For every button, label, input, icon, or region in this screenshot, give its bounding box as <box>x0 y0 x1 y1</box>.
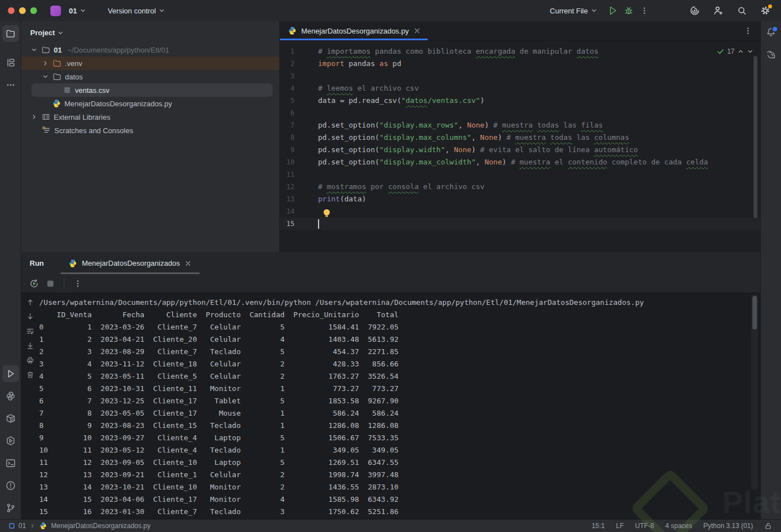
tree-item-venv[interactable]: .venv <box>21 57 279 70</box>
line-number: 6 <box>280 107 294 119</box>
breadcrumb-project[interactable]: 01 <box>18 522 26 530</box>
console-output: /Users/wpaternina/Documents/app/python/E… <box>39 296 644 518</box>
tree-item-path: ~/Documents/app/python/Etl/01 <box>67 46 169 54</box>
up-arrow-icon[interactable] <box>26 298 35 307</box>
caret-position-widget[interactable]: 15:1 <box>592 522 605 530</box>
project-icon[interactable] <box>50 6 61 16</box>
breadcrumb-file[interactable]: MenejarDatosDesorganizados.py <box>51 522 150 530</box>
chevron-down-icon <box>591 7 597 14</box>
run-console: /Users/wpaternina/Documents/app/python/E… <box>21 293 760 519</box>
search-everywhere-icon[interactable] <box>734 3 750 18</box>
chevron-right-icon[interactable] <box>30 114 38 120</box>
run-tab-label: MenejarDatosDesorganizados <box>82 259 180 267</box>
indent-widget[interactable]: 4 spaces <box>665 522 692 530</box>
chevron-down-icon[interactable] <box>30 46 38 53</box>
settings-notification-dot <box>768 4 772 8</box>
tree-item-ventas-csv[interactable]: ventas.csv <box>31 83 273 97</box>
python-file-icon <box>39 522 47 530</box>
more-tool-windows-icon[interactable] <box>0 74 21 96</box>
code-line[interactable]: 3 <box>280 70 760 82</box>
console-scrollbar-thumb[interactable] <box>752 296 757 329</box>
run-tool-icon[interactable] <box>0 362 21 385</box>
terminal-tool-icon[interactable] <box>0 452 21 474</box>
code-line[interactable]: 15 <box>280 218 760 230</box>
code-line[interactable]: 2import pandas as pd <box>280 58 760 70</box>
editor-tab-label: MenejarDatosDesorganizados.py <box>301 27 409 35</box>
project-name: 01 <box>69 7 77 15</box>
tree-item-label: Scratches and Consoles <box>54 126 133 135</box>
scroll-to-end-icon[interactable] <box>26 341 35 350</box>
breadcrumb: 01 MenejarDatosDesorganizados.py <box>9 522 151 530</box>
code-line[interactable]: 14 <box>280 205 760 218</box>
run-panel-title: Run <box>30 259 44 267</box>
window-controls <box>8 7 37 14</box>
editor-tab[interactable]: MenejarDatosDesorganizados.py <box>280 21 428 40</box>
close-window-button[interactable] <box>8 7 15 14</box>
python-console-tool-icon[interactable] <box>0 385 21 407</box>
project-panel-header[interactable]: Project <box>21 21 279 37</box>
structure-tool-icon[interactable] <box>0 51 21 74</box>
project-tool-icon[interactable] <box>0 22 21 45</box>
version-control-tool-icon[interactable] <box>0 497 21 519</box>
tree-item-label: .venv <box>65 59 82 68</box>
line-number: 5 <box>280 95 294 107</box>
editor-options-kebab-icon[interactable] <box>743 26 752 35</box>
code-line[interactable]: 12# mostramos por consola el archivo csv <box>280 181 760 193</box>
python-packages-tool-icon[interactable] <box>0 407 21 430</box>
lock-icon[interactable] <box>764 522 772 530</box>
interpreter-widget[interactable]: Python 3.13 (01) <box>703 522 753 530</box>
tree-item-label: MenejarDatosDesorganizados.py <box>64 100 172 108</box>
problems-tool-icon[interactable] <box>0 474 21 497</box>
more-actions-icon[interactable] <box>637 3 652 18</box>
run-configuration-selector[interactable]: Current File <box>546 4 601 17</box>
run-options-kebab-icon[interactable] <box>73 279 82 288</box>
code-line[interactable]: 9pd.set_option("display.width", None) # … <box>280 144 760 156</box>
code-line[interactable]: 4# leemos el archivo csv <box>280 82 760 95</box>
close-tab-icon[interactable] <box>184 260 192 267</box>
code-line[interactable]: 7pd.set_option("display.max_rows", None)… <box>280 119 760 131</box>
print-icon[interactable] <box>26 356 35 365</box>
console-scrollbar-track[interactable] <box>751 294 758 490</box>
notifications-bell-icon[interactable] <box>765 27 777 38</box>
down-arrow-icon[interactable] <box>26 312 35 321</box>
code-line[interactable]: 1# importamos pandas como biblioteca enc… <box>280 45 760 58</box>
editor-scrollbar-thumb[interactable] <box>754 56 757 218</box>
encoding-widget[interactable]: UTF-8 <box>635 522 654 530</box>
tree-item-label: ventas.csv <box>75 86 109 95</box>
line-separator-widget[interactable]: LF <box>616 522 624 530</box>
tree-item-python-file[interactable]: MenejarDatosDesorganizados.py <box>21 97 279 110</box>
intention-bulb-icon[interactable] <box>324 209 330 215</box>
chevron-right-icon[interactable] <box>41 60 49 67</box>
chevron-down-icon[interactable] <box>41 73 49 80</box>
code-with-me-icon[interactable] <box>710 3 726 18</box>
clear-console-icon[interactable] <box>26 370 35 379</box>
debug-button[interactable] <box>621 3 637 18</box>
rerun-button[interactable] <box>29 279 39 289</box>
code-line[interactable]: 13print(data) <box>280 193 760 205</box>
zoom-window-button[interactable] <box>30 7 37 14</box>
code-lines[interactable]: 1# importamos pandas como biblioteca enc… <box>280 41 760 252</box>
code-line[interactable]: 5data = pd.read_csv("datos/ventas.csv") <box>280 95 760 107</box>
settings-gear-icon[interactable] <box>757 3 773 18</box>
run-button[interactable] <box>605 3 621 18</box>
line-number: 14 <box>280 205 294 218</box>
services-tool-icon[interactable] <box>0 430 21 452</box>
ai-chat-tool-icon[interactable] <box>765 49 777 60</box>
minimize-window-button[interactable] <box>19 7 26 14</box>
code-line[interactable]: 10pd.set_option("display.max_colwidth", … <box>280 156 760 168</box>
tree-item-external-libraries[interactable]: External Libraries <box>21 110 279 124</box>
scratches-icon <box>42 126 51 135</box>
ai-assistant-icon[interactable] <box>687 3 703 18</box>
tree-item-datos[interactable]: datos <box>21 70 279 83</box>
code-line[interactable]: 8pd.set_option("display.max_columns", No… <box>280 131 760 144</box>
run-tab[interactable]: MenejarDatosDesorganizados <box>60 252 200 274</box>
tree-item-project-root[interactable]: 01 ~/Documents/app/python/Etl/01 <box>21 43 279 57</box>
vcs-menu[interactable]: Version control <box>104 4 169 17</box>
code-line[interactable]: 6 <box>280 107 760 119</box>
project-selector[interactable]: 01 <box>66 4 90 17</box>
stop-button[interactable] <box>46 279 55 288</box>
code-line[interactable]: 11 <box>280 168 760 181</box>
close-tab-icon[interactable] <box>413 27 421 35</box>
soft-wrap-icon[interactable] <box>26 327 35 336</box>
tree-item-scratches[interactable]: Scratches and Consoles <box>21 124 279 137</box>
